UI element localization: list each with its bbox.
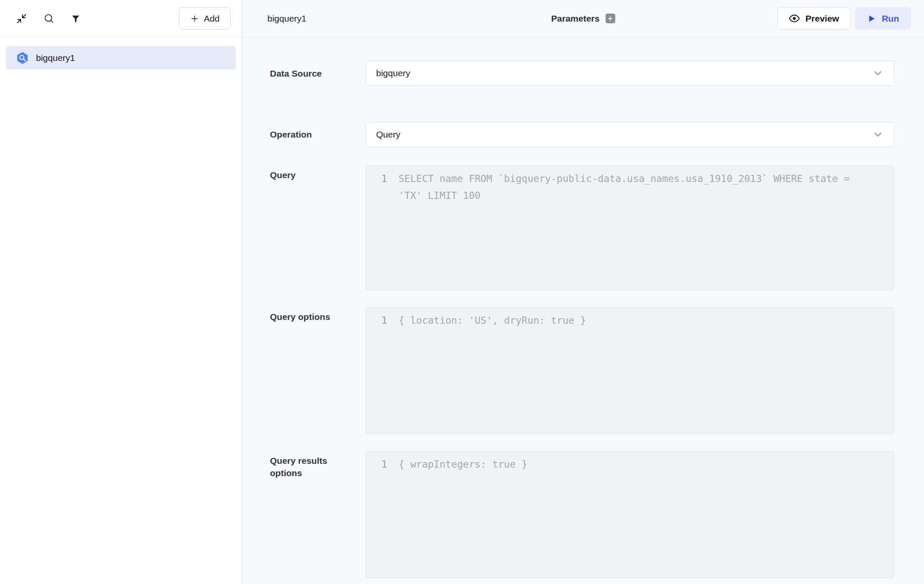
plus-icon xyxy=(608,16,613,22)
search-button[interactable] xyxy=(41,11,56,26)
query-results-options-editor[interactable]: 1 { wrapIntegers: true } xyxy=(366,451,894,578)
query-options-row: Query options 1 { location: 'US', dryRun… xyxy=(270,307,894,434)
chevron-down-icon xyxy=(872,67,884,79)
filter-icon xyxy=(71,14,80,23)
query-row: Query 1 SELECT name FROM `bigquery-publi… xyxy=(270,165,894,290)
data-source-label: Data Source xyxy=(270,67,346,80)
run-button-label: Run xyxy=(882,14,899,24)
chevron-down-icon xyxy=(872,129,884,140)
bigquery-icon xyxy=(16,52,29,64)
eye-icon xyxy=(789,13,800,24)
query-list-item-bigquery1[interactable]: bigquery1 xyxy=(6,46,236,69)
add-parameter-button[interactable] xyxy=(605,14,615,23)
plus-icon xyxy=(190,14,199,23)
parameters-section: Parameters xyxy=(551,14,615,24)
line-number: 1 xyxy=(374,170,387,187)
add-button-label: Add xyxy=(204,14,220,24)
preview-button-label: Preview xyxy=(806,14,839,24)
query-options-label: Query options xyxy=(270,307,346,323)
main-panel: bigquery1 Parameters xyxy=(242,0,924,584)
play-icon xyxy=(867,14,876,23)
collapse-icon xyxy=(16,13,27,24)
query-options-code: { location: 'US', dryRun: true } xyxy=(399,312,586,329)
parameters-label: Parameters xyxy=(551,14,600,24)
query-code: SELECT name FROM `bigquery-public-data.u… xyxy=(399,170,864,204)
sidebar: Add bigquery1 xyxy=(0,0,242,584)
filter-button[interactable] xyxy=(69,11,83,26)
app-root: Add bigquery1 bigquery1 Parameters xyxy=(0,0,924,584)
data-source-row: Data Source bigquery xyxy=(270,61,894,86)
data-source-value: bigquery xyxy=(376,68,410,78)
collapse-panel-button[interactable] xyxy=(14,11,29,26)
query-results-options-label: Query results options xyxy=(270,451,346,479)
query-results-options-code: { wrapIntegers: true } xyxy=(399,456,528,473)
query-results-options-row: Query results options 1 { wrapIntegers: … xyxy=(270,451,894,578)
query-form: Data Source bigquery Operation Query xyxy=(242,37,924,578)
add-query-button[interactable]: Add xyxy=(179,7,231,30)
query-editor[interactable]: 1 SELECT name FROM `bigquery-public-data… xyxy=(366,165,894,290)
operation-row: Operation Query xyxy=(270,121,894,147)
main-header: bigquery1 Parameters xyxy=(242,0,924,37)
query-label: Query xyxy=(270,165,346,181)
preview-button[interactable]: Preview xyxy=(777,7,850,30)
query-options-editor[interactable]: 1 { location: 'US', dryRun: true } xyxy=(366,307,894,434)
query-item-label: bigquery1 xyxy=(36,53,75,63)
operation-value: Query xyxy=(376,129,400,140)
sidebar-toolbar: Add xyxy=(0,0,242,37)
search-icon xyxy=(44,13,54,24)
header-actions: Preview Run xyxy=(777,7,911,30)
run-button[interactable]: Run xyxy=(855,7,911,30)
line-number: 1 xyxy=(374,456,387,473)
data-source-select[interactable]: bigquery xyxy=(366,61,894,86)
line-number: 1 xyxy=(374,312,387,329)
operation-label: Operation xyxy=(270,128,346,140)
query-title: bigquery1 xyxy=(267,14,306,24)
operation-select[interactable]: Query xyxy=(366,122,894,147)
query-list: bigquery1 xyxy=(0,37,242,78)
